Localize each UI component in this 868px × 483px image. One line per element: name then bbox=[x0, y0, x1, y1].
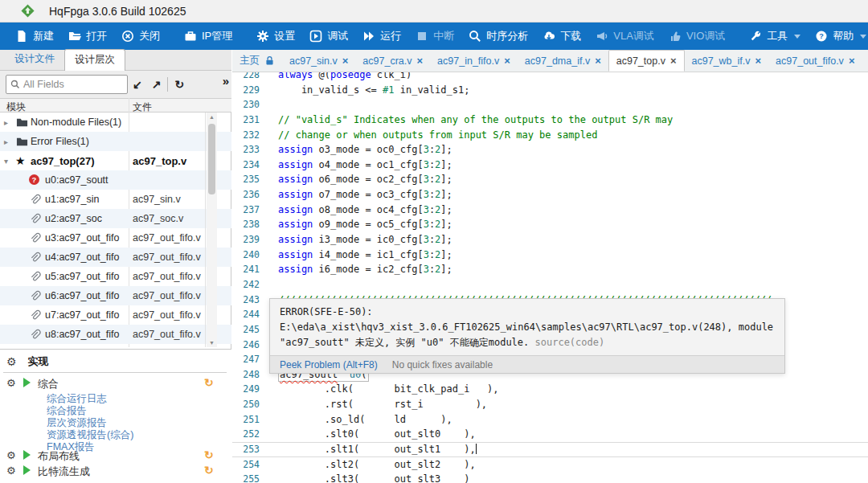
toolbar-item-new[interactable]: 新建 bbox=[8, 23, 61, 50]
editor-tab-ac97_int.v[interactable]: ac97_int.v× bbox=[862, 50, 868, 72]
code-line-239[interactable]: 239assign i3_mode = ic0_cfg[3:2]; bbox=[232, 232, 868, 248]
tree-row-Error Files(1)[interactable]: ▸Error Files(1) bbox=[0, 132, 231, 151]
lock-icon bbox=[264, 55, 275, 66]
code-line-237[interactable]: 237assign o8_mode = oc4_cfg[3:2]; bbox=[232, 203, 868, 218]
report-link-综合报告[interactable]: 综合报告 bbox=[47, 404, 207, 416]
code-line-252[interactable]: 252 .slt0( out_slt0 ), bbox=[232, 427, 868, 442]
scroll-thumb[interactable] bbox=[208, 124, 215, 194]
code-line-251[interactable]: 251 .so_ld( ld ), bbox=[232, 412, 868, 428]
tree-row-u1:ac97_sin[interactable]: u1:ac97_sinac97_sin.v bbox=[0, 190, 231, 209]
flow-step-label[interactable]: 比特流生成 bbox=[38, 465, 90, 479]
toolbar-item-timing[interactable]: 时序分析 bbox=[461, 23, 535, 50]
flow-step-综合[interactable]: ⚙综合↻ bbox=[0, 377, 231, 390]
toolbar-item-download[interactable]: 下载 bbox=[535, 23, 588, 50]
flow-step-label[interactable]: 综合 bbox=[38, 377, 59, 391]
search-input[interactable] bbox=[23, 79, 120, 90]
chevron-right-icon[interactable]: ▸ bbox=[4, 137, 8, 146]
editor-tab-ac97_dma_if.v[interactable]: ac97_dma_if.v× bbox=[518, 50, 608, 72]
code-line-230[interactable]: 230 bbox=[232, 97, 868, 113]
tree-row-u6:ac97_out_fifo[interactable]: u6:ac97_out_fifoac97_out_fifo.v bbox=[0, 286, 231, 305]
editor-tab-主页[interactable]: 主页 bbox=[232, 50, 282, 72]
code-line-254[interactable]: 254 .slt2( out_slt2 ), bbox=[232, 457, 868, 473]
code-line-234[interactable]: 234assign o4_mode = oc1_cfg[3:2]; bbox=[232, 158, 868, 173]
rerun-icon[interactable]: ↻ bbox=[204, 464, 214, 477]
tree-row-u3:ac97_out_fifo[interactable]: u3:ac97_out_fifoac97_out_fifo.v bbox=[0, 228, 231, 248]
tree-row-u2:ac97_soc[interactable]: u2:ac97_socac97_soc.v bbox=[0, 209, 231, 228]
code-line-255[interactable]: 255 .slt3( out_slt3 ) bbox=[232, 472, 868, 483]
run-step-icon[interactable] bbox=[23, 465, 31, 475]
code-line-242[interactable]: 242 bbox=[232, 277, 868, 293]
tree-scrollbar[interactable]: ▲ ▼ bbox=[207, 113, 217, 347]
chevron-right-icon[interactable]: ▸ bbox=[4, 118, 8, 127]
code-line-249[interactable]: 249 .clk( bit_clk_pad_i ), bbox=[232, 382, 868, 397]
report-link-资源透视报告(综合)[interactable]: 资源透视报告(综合) bbox=[47, 428, 207, 440]
gear-icon[interactable]: ⚙ bbox=[6, 465, 16, 477]
panel-overflow-icon[interactable]: » bbox=[223, 74, 229, 88]
flow-step-比特流生成[interactable]: ⚙比特流生成↻ bbox=[0, 465, 231, 477]
gear-icon[interactable]: ⚙ bbox=[6, 355, 17, 368]
rerun-icon[interactable]: ↻ bbox=[204, 448, 214, 461]
close-tab-icon[interactable]: × bbox=[417, 55, 424, 67]
code-line-240[interactable]: 240assign i4_mode = ic1_cfg[3:2]; bbox=[232, 248, 868, 263]
toolbar-item-close[interactable]: 关闭 bbox=[114, 23, 167, 50]
toolbar-item-help[interactable]: ?帮助 bbox=[808, 23, 868, 50]
code-line-231[interactable]: 231// "valid_s" Indicates when any of th… bbox=[232, 113, 868, 128]
scroll-up-icon[interactable]: ▲ bbox=[207, 114, 217, 120]
tree-row-u5:ac97_out_fifo[interactable]: u5:ac97_out_fifoac97_out_fifo.v bbox=[0, 267, 231, 286]
close-tab-icon[interactable]: × bbox=[849, 55, 855, 67]
code-line-229[interactable]: 229 in_valid_s <= #1 in_valid_s1; bbox=[232, 83, 868, 98]
editor-tab-ac97_in_fifo.v[interactable]: ac97_in_fifo.v× bbox=[430, 50, 518, 72]
toolbar-item-run[interactable]: 运行 bbox=[355, 23, 408, 50]
close-tab-icon[interactable]: × bbox=[504, 55, 510, 67]
left-tab-设计文件[interactable]: 设计文件 bbox=[5, 49, 64, 70]
chevron-down-icon[interactable]: ▾ bbox=[4, 157, 8, 166]
close-tab-icon[interactable]: × bbox=[342, 55, 349, 67]
scroll-down-icon[interactable]: ▼ bbox=[207, 340, 217, 346]
tree-row-ac97_top(27)[interactable]: ▾★ac97_top(27)ac97_top.v bbox=[0, 151, 231, 170]
editor-tab-ac97_wb_if.v[interactable]: ac97_wb_if.v× bbox=[685, 50, 769, 72]
toolbar-item-label: 下载 bbox=[560, 29, 581, 43]
close-tab-icon[interactable]: × bbox=[595, 55, 601, 67]
toolbar-item-settings[interactable]: 设置 bbox=[249, 23, 302, 50]
code-line-241[interactable]: 241assign i6_mode = ic2_cfg[3:2]; bbox=[232, 262, 868, 277]
flow-step-label[interactable]: 布局布线 bbox=[38, 449, 80, 464]
editor-tab-ac97_sin.v[interactable]: ac97_sin.v× bbox=[282, 50, 355, 72]
code-line-235[interactable]: 235assign o6_mode = oc2_cfg[3:2]; bbox=[232, 172, 868, 187]
toolbar-item-debug[interactable]: 调试 bbox=[302, 23, 355, 50]
close-tab-icon[interactable]: × bbox=[670, 55, 677, 67]
rerun-icon[interactable]: ↻ bbox=[204, 376, 214, 389]
code-line-232[interactable]: 232// change or when outputs from input … bbox=[232, 128, 868, 143]
tree-row-Non-module Files(1)[interactable]: ▸Non-module Files(1) bbox=[0, 113, 231, 132]
code-line-250[interactable]: 250 .rst( rst_i ), bbox=[232, 397, 868, 412]
editor-tab-ac97_cra.v[interactable]: ac97_cra.v× bbox=[355, 50, 430, 72]
report-link-层次资源报告[interactable]: 层次资源报告 bbox=[47, 416, 207, 428]
peek-problem-link[interactable]: Peek Problem (Alt+F8) bbox=[280, 359, 378, 370]
toolbar-item-ip[interactable]: IP管理 bbox=[177, 23, 240, 50]
gear-icon[interactable]: ⚙ bbox=[6, 377, 16, 389]
expand-all-icon[interactable]: ↗ bbox=[147, 78, 166, 91]
run-step-icon[interactable] bbox=[23, 450, 31, 460]
report-link-综合运行日志[interactable]: 综合运行日志 bbox=[47, 392, 207, 404]
tree-row-u0:ac97_soutt[interactable]: ?u0:ac97_soutt bbox=[0, 170, 231, 190]
code-view[interactable]: 228always @(posedge clk_i)229 in_valid_s… bbox=[232, 68, 868, 483]
code-line-253[interactable]: 253 .slt1( out_slt1 ), bbox=[232, 442, 868, 457]
tree-row-u7:ac97_out_fifo[interactable]: u7:ac97_out_fifoac97_out_fifo.v bbox=[0, 305, 231, 325]
left-tab-设计层次[interactable]: 设计层次 bbox=[64, 49, 125, 71]
collapse-all-icon[interactable]: ↙ bbox=[128, 78, 147, 91]
editor-tab-ac97_out_fifo.v[interactable]: ac97_out_fifo.v× bbox=[768, 50, 862, 72]
tree-row-u8:ac97_out_fifo[interactable]: u8:ac97_out_fifoac97_out_fifo.v bbox=[0, 325, 231, 344]
code-line-238[interactable]: 238assign o9_mode = oc5_cfg[3:2]; bbox=[232, 217, 868, 232]
refresh-icon[interactable]: ↻ bbox=[170, 78, 189, 91]
tree-row-u4:ac97_out_fifo[interactable]: u4:ac97_out_fifoac97_out_fifo.v bbox=[0, 248, 231, 267]
code-line-236[interactable]: 236assign o7_mode = oc3_cfg[3:2]; bbox=[232, 187, 868, 203]
run-step-icon[interactable] bbox=[23, 378, 31, 387]
flow-step-布局布线[interactable]: ⚙布局布线↻ bbox=[0, 449, 231, 462]
code-line-233[interactable]: 233assign o3_mode = oc0_cfg[3:2]; bbox=[232, 142, 868, 158]
close-tab-icon[interactable]: × bbox=[755, 55, 761, 67]
toolbar-item-open[interactable]: 打开 bbox=[61, 23, 114, 50]
gear-icon[interactable]: ⚙ bbox=[6, 449, 16, 461]
tree-row-label: Error Files(1) bbox=[31, 136, 89, 147]
toolbar-item-tools[interactable]: 工具 bbox=[742, 23, 808, 50]
source-link[interactable]: source(code) bbox=[535, 337, 605, 348]
editor-tab-ac97_top.v[interactable]: ac97_top.v× bbox=[608, 50, 685, 72]
